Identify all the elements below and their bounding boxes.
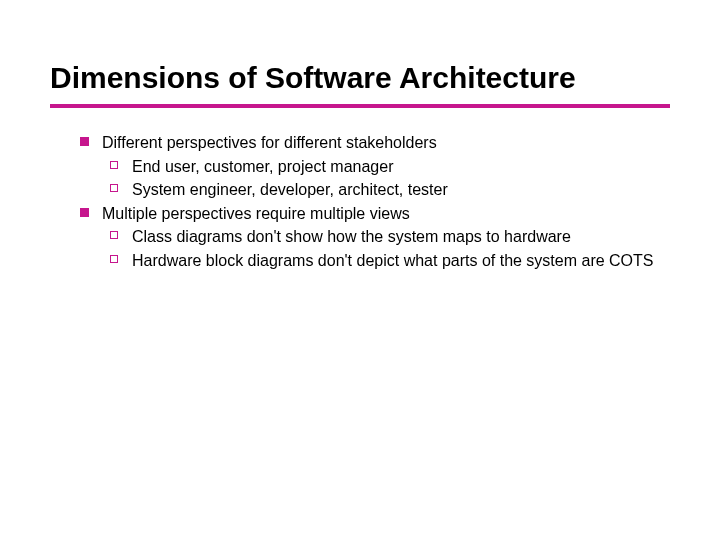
list-item: Multiple perspectives require multiple v… [80, 203, 670, 225]
square-bullet-icon [80, 208, 89, 217]
hollow-square-bullet-icon [110, 184, 118, 192]
list-item-text: Different perspectives for different sta… [102, 134, 437, 151]
list-subitem-text: Class diagrams don't show how the system… [132, 226, 670, 248]
list-subitem-text: Hardware block diagrams don't depict wha… [132, 250, 670, 272]
list-subitem-text: End user, customer, project manager [132, 156, 670, 178]
list-item-text: Multiple perspectives require multiple v… [102, 205, 410, 222]
hollow-square-bullet-icon [110, 231, 118, 239]
slide-title: Dimensions of Software Architecture [50, 60, 670, 96]
list-subitem-text: System engineer, developer, architect, t… [132, 179, 670, 201]
square-bullet-icon [80, 137, 89, 146]
list-item: Different perspectives for different sta… [80, 132, 670, 154]
slide-content: Different perspectives for different sta… [50, 132, 670, 272]
hollow-square-bullet-icon [110, 255, 118, 263]
list-subitem: System engineer, developer, architect, t… [110, 179, 670, 201]
list-subitem: End user, customer, project manager [110, 156, 670, 178]
title-underline [50, 104, 670, 108]
list-subitem: Hardware block diagrams don't depict wha… [110, 250, 670, 272]
slide: Dimensions of Software Architecture Diff… [0, 0, 720, 540]
list-subitem: Class diagrams don't show how the system… [110, 226, 670, 248]
hollow-square-bullet-icon [110, 161, 118, 169]
